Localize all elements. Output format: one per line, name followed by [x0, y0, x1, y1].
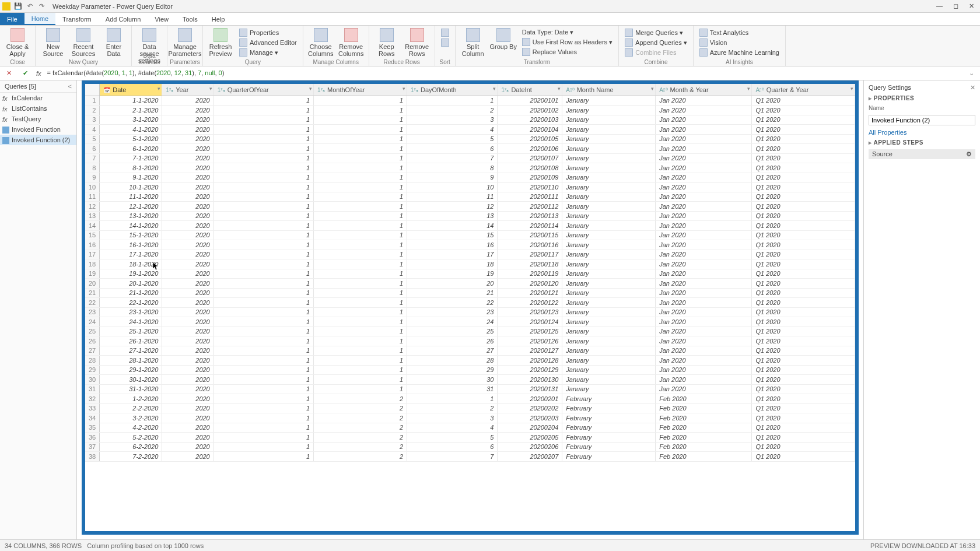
cell[interactable]: 17 — [407, 250, 498, 259]
cell[interactable]: 1 — [314, 288, 407, 298]
cell[interactable]: 2020 — [162, 394, 214, 404]
cell[interactable]: 1 — [214, 356, 313, 366]
cell[interactable]: 20200123 — [498, 307, 562, 317]
cell[interactable]: 2020 — [162, 298, 214, 308]
row-number-cell[interactable]: 25 — [85, 327, 100, 336]
table-row[interactable]: 1515-1-20202020111520200115JanuaryJan 20… — [85, 230, 855, 240]
cell[interactable]: January — [562, 211, 656, 221]
cell[interactable]: 1 — [214, 433, 313, 443]
cell[interactable]: 1 — [314, 317, 407, 327]
cell[interactable]: Feb 2020 — [656, 413, 752, 423]
filter-icon[interactable]: ▾ — [309, 86, 312, 92]
cell[interactable]: January — [562, 153, 656, 163]
cell[interactable]: January — [562, 106, 656, 115]
cell[interactable]: 2020 — [162, 452, 214, 462]
cell[interactable]: 1 — [214, 144, 313, 154]
cell[interactable]: Jan 2020 — [656, 317, 752, 327]
cell[interactable]: February — [562, 394, 656, 404]
row-number-cell[interactable]: 24 — [85, 317, 100, 327]
cell[interactable]: January — [562, 202, 656, 212]
cell[interactable]: Q1 2020 — [752, 259, 855, 269]
cell[interactable]: Q1 2020 — [752, 433, 855, 443]
cell[interactable]: 1 — [314, 144, 407, 154]
row-number-cell[interactable]: 2 — [85, 106, 100, 115]
cell[interactable]: 1 — [214, 106, 313, 115]
cell[interactable]: 1 — [214, 202, 313, 212]
manage-button[interactable]: Manage ▾ — [237, 48, 299, 57]
enter-data-button[interactable]: Enter Data — [100, 27, 128, 57]
cell[interactable]: 20200105 — [498, 134, 562, 144]
cell[interactable]: 15 — [407, 230, 498, 240]
column-header[interactable]: AͨᴮMonth Name▾ — [562, 84, 656, 96]
tab-file[interactable]: File — [0, 13, 24, 25]
cell[interactable]: 2020 — [162, 192, 214, 202]
cell[interactable]: Q1 2020 — [752, 288, 855, 298]
table-row[interactable]: 99-1-2020202011920200109JanuaryJan 2020Q… — [85, 173, 855, 183]
cell[interactable]: Q1 2020 — [752, 106, 855, 115]
cell[interactable]: February — [562, 442, 656, 452]
row-number-cell[interactable]: 29 — [85, 365, 100, 375]
cell[interactable]: 20200204 — [498, 423, 562, 433]
cell[interactable]: 25 — [407, 327, 498, 336]
cell[interactable]: 1 — [214, 96, 313, 106]
filter-icon[interactable]: ▾ — [158, 86, 160, 92]
cell[interactable]: 1 — [214, 403, 313, 413]
cell[interactable]: Jan 2020 — [656, 153, 752, 163]
table-row[interactable]: 1414-1-20202020111420200114JanuaryJan 20… — [85, 221, 855, 231]
choose-columns-button[interactable]: Choose Columns — [307, 27, 335, 57]
table-row[interactable]: 2626-1-20202020112620200126JanuaryJan 20… — [85, 336, 855, 346]
table-row[interactable]: 22-1-2020202011220200102JanuaryJan 2020Q… — [85, 106, 855, 115]
cell[interactable]: Q1 2020 — [752, 230, 855, 240]
cell[interactable]: 1 — [407, 96, 498, 106]
close-apply-button[interactable]: Close & Apply — [4, 27, 32, 57]
cell[interactable]: Jan 2020 — [656, 307, 752, 317]
azure-ml-button[interactable]: Azure Machine Learning — [697, 48, 782, 57]
cell[interactable]: 20200205 — [498, 433, 562, 443]
cell[interactable]: January — [562, 240, 656, 250]
cell[interactable]: 2020 — [162, 413, 214, 423]
cell[interactable]: Feb 2020 — [656, 433, 752, 443]
cell[interactable]: 29 — [407, 365, 498, 375]
tab-help[interactable]: Help — [205, 13, 232, 25]
cell[interactable]: 1 — [214, 413, 313, 423]
query-item[interactable]: Invoked Function — [0, 124, 76, 135]
row-number-cell[interactable]: 17 — [85, 250, 100, 259]
cell[interactable]: 6-1-2020 — [100, 144, 162, 154]
cell[interactable]: 29-1-2020 — [100, 365, 162, 375]
split-column-button[interactable]: Split Column — [459, 27, 487, 57]
cell[interactable]: 13 — [407, 211, 498, 221]
cell[interactable]: Q1 2020 — [752, 183, 855, 192]
remove-rows-button[interactable]: Remove Rows — [403, 27, 431, 57]
cell[interactable]: 21 — [407, 288, 498, 298]
cell[interactable]: 20 — [407, 279, 498, 289]
cell[interactable]: January — [562, 173, 656, 183]
row-number-cell[interactable]: 35 — [85, 423, 100, 433]
cell[interactable]: 1-2-2020 — [100, 394, 162, 404]
cell[interactable]: 20200124 — [498, 317, 562, 327]
cell[interactable]: 2020 — [162, 211, 214, 221]
cell[interactable]: 1 — [314, 173, 407, 183]
cell[interactable]: 1 — [214, 317, 313, 327]
cell[interactable]: 19 — [407, 269, 498, 279]
cell[interactable]: 1 — [214, 250, 313, 259]
cell[interactable]: 31-1-2020 — [100, 384, 162, 394]
cell[interactable]: Q1 2020 — [752, 202, 855, 212]
keep-rows-button[interactable]: Keep Rows — [373, 27, 401, 57]
cell[interactable]: 1 — [214, 183, 313, 192]
cell[interactable]: Jan 2020 — [656, 375, 752, 385]
cell[interactable]: Q1 2020 — [752, 163, 855, 173]
cell[interactable]: Jan 2020 — [656, 211, 752, 221]
cell[interactable]: 1 — [214, 327, 313, 336]
cell[interactable]: 2020 — [162, 240, 214, 250]
cell[interactable]: 1 — [214, 153, 313, 163]
cell[interactable]: Jan 2020 — [656, 192, 752, 202]
cell[interactable]: January — [562, 288, 656, 298]
cell[interactable]: Q1 2020 — [752, 115, 855, 125]
cell[interactable]: 1 — [314, 106, 407, 115]
row-number-cell[interactable]: 27 — [85, 346, 100, 356]
cell[interactable]: 1 — [407, 394, 498, 404]
cell[interactable]: Q1 2020 — [752, 134, 855, 144]
row-number-cell[interactable]: 16 — [85, 240, 100, 250]
filter-icon[interactable]: ▾ — [850, 86, 853, 92]
cell[interactable]: 2020 — [162, 346, 214, 356]
